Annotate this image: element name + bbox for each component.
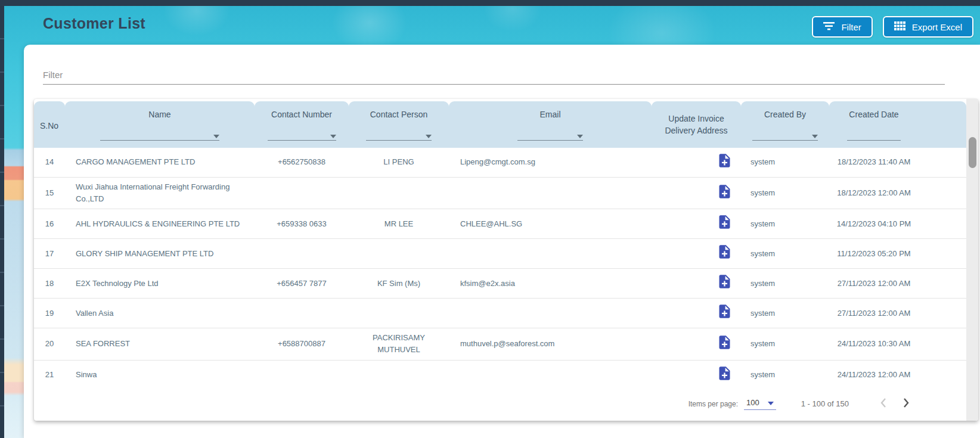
cell-email — [449, 239, 652, 269]
email-filter-select[interactable] — [517, 129, 583, 141]
cell-contact-number: +6562750838 — [255, 148, 349, 178]
cell-sno: 14 — [34, 148, 65, 178]
cell-contact-number — [255, 299, 349, 328]
update-invoice-address-button[interactable] — [717, 214, 733, 230]
filter-field — [43, 67, 945, 85]
created-by-filter-select[interactable] — [752, 129, 818, 141]
column-header-email: Email — [449, 101, 652, 148]
customer-table: S.No Name Contact Number Contact Person — [34, 101, 966, 390]
filter-button[interactable]: Filter — [812, 16, 872, 38]
update-invoice-address-button[interactable] — [717, 274, 733, 290]
cell-created-date: 11/12/2023 05:20 PM — [829, 239, 966, 269]
created-date-filter-input[interactable] — [847, 129, 901, 141]
cell-created-by: system — [741, 361, 829, 390]
column-header-update-invoice: Update Invoice Delivery Address — [652, 101, 741, 148]
content-card: S.No Name Contact Number Contact Person — [24, 45, 980, 438]
cell-name: Wuxi Jiahua International Freight Forwar… — [65, 178, 255, 209]
paginator: Items per page: 100 1 - 100 of 150 — [34, 390, 966, 418]
cell-update-invoice — [652, 209, 741, 239]
cell-update-invoice — [652, 148, 741, 178]
cell-name: E2X Technology Pte Ltd — [65, 269, 255, 299]
table-row: 19 Vallen Asia system 27/11/2023 12:00 A… — [34, 299, 966, 328]
caret-down-icon — [812, 135, 818, 138]
top-bar — [0, 0, 980, 6]
cell-update-invoice — [652, 269, 741, 299]
table-body: 14 CARGO MANAGEMENT PTE LTD +6562750838 … — [34, 148, 966, 390]
cell-contact-person — [349, 361, 449, 390]
cell-name: SEA FORREST — [65, 328, 255, 360]
update-invoice-address-button[interactable] — [717, 244, 733, 260]
next-page-button[interactable] — [903, 397, 910, 411]
column-header-created-date: Created Date — [829, 101, 966, 148]
grid-icon — [894, 21, 905, 32]
table-row: 20 SEA FORREST +6588700887 PACKIRISAMY M… — [34, 328, 966, 360]
update-invoice-address-button[interactable] — [717, 153, 733, 169]
cell-contact-number: +659338 0633 — [255, 209, 349, 239]
cell-contact-person: LI PENG — [349, 148, 449, 178]
cell-name: AHL HYDRAULICS & ENGINEERING PTE LTD — [65, 209, 255, 239]
name-filter-select[interactable] — [100, 129, 219, 141]
filter-lines-icon — [823, 22, 835, 32]
page-title: Customer List — [43, 15, 145, 32]
update-invoice-address-button[interactable] — [717, 365, 733, 381]
cell-sno: 21 — [34, 361, 65, 390]
table-scrollbar-thumb[interactable] — [969, 137, 976, 168]
note-add-icon — [717, 223, 733, 232]
cell-contact-number — [255, 361, 349, 390]
note-add-icon — [717, 253, 733, 262]
update-invoice-address-button[interactable] — [717, 184, 733, 200]
cell-created-date: 14/12/2023 04:10 PM — [829, 209, 966, 239]
cell-contact-person — [349, 178, 449, 209]
cell-contact-person: MR LEE — [349, 209, 449, 239]
update-invoice-address-button[interactable] — [717, 334, 733, 350]
note-add-icon — [717, 282, 733, 291]
cell-created-by: system — [741, 239, 829, 269]
cell-email: kfsim@e2x.asia — [449, 269, 652, 299]
cell-created-by: system — [741, 328, 829, 360]
caret-down-icon — [577, 135, 583, 138]
column-header-sno: S.No — [34, 101, 65, 148]
cell-sno: 16 — [34, 209, 65, 239]
page-header: Customer List Filter Export Excel — [24, 6, 980, 45]
filter-input[interactable] — [43, 67, 945, 85]
table-row: 17 GLORY SHIP MANAGEMENT PTE LTD system … — [34, 239, 966, 269]
column-header-name: Name — [65, 101, 255, 148]
cell-created-by: system — [741, 209, 829, 239]
note-add-icon — [717, 374, 733, 383]
page-size-select[interactable]: 100 — [744, 398, 776, 410]
export-excel-button[interactable]: Export Excel — [883, 16, 973, 38]
items-per-page-label: Items per page: — [689, 400, 738, 408]
table-row: 21 Sinwa system 24/11/2023 12:00 AM — [34, 361, 966, 390]
contact-person-filter-select[interactable] — [366, 129, 432, 141]
cell-contact-number — [255, 239, 349, 269]
cell-update-invoice — [652, 299, 741, 328]
cell-email: Lipeng@cmgt.com.sg — [449, 148, 652, 178]
cell-name: CARGO MANAGEMENT PTE LTD — [65, 148, 255, 178]
column-header-contact-person: Contact Person — [349, 101, 449, 148]
table-row: 14 CARGO MANAGEMENT PTE LTD +6562750838 … — [34, 148, 966, 178]
cell-contact-person — [349, 299, 449, 328]
cell-name: GLORY SHIP MANAGEMENT PTE LTD — [65, 239, 255, 269]
cell-email — [449, 299, 652, 328]
update-invoice-address-button[interactable] — [717, 303, 733, 319]
cell-sno: 19 — [34, 299, 65, 328]
table-row: 15 Wuxi Jiahua International Freight For… — [34, 178, 966, 209]
cell-created-date: 24/11/2023 10:30 AM — [829, 328, 966, 360]
table-scrollbar-track[interactable] — [966, 99, 978, 421]
cell-contact-number — [255, 178, 349, 209]
cell-created-date: 24/11/2023 12:00 AM — [829, 361, 966, 390]
table-header-row: S.No Name Contact Number Contact Person — [34, 101, 966, 148]
customer-table-card: S.No Name Contact Number Contact Person — [34, 99, 978, 421]
cell-contact-person: PACKIRISAMY MUTHUVEL — [349, 328, 449, 360]
cell-contact-number: +656457 7877 — [255, 269, 349, 299]
cell-name: Sinwa — [65, 361, 255, 390]
cell-sno: 17 — [34, 239, 65, 269]
cell-update-invoice — [652, 361, 741, 390]
previous-page-button[interactable] — [880, 397, 887, 411]
note-add-icon — [717, 192, 733, 201]
cell-update-invoice — [652, 239, 741, 269]
cell-created-by: system — [741, 178, 829, 209]
note-add-icon — [717, 161, 733, 170]
cell-created-by: system — [741, 299, 829, 328]
contact-number-filter-select[interactable] — [268, 129, 336, 141]
